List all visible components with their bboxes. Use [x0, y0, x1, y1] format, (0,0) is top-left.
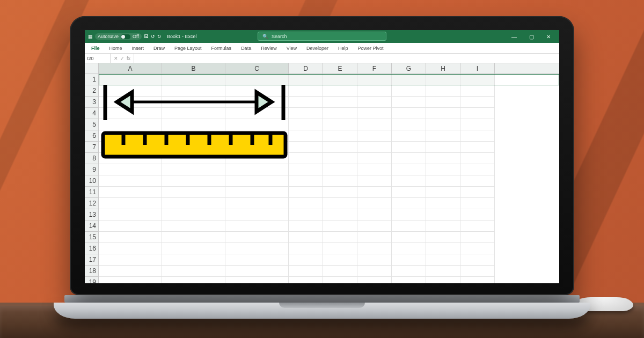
excel-app-icon: ▦: [88, 34, 93, 39]
close-button[interactable]: ✕: [540, 30, 557, 43]
column-header-h[interactable]: H: [426, 63, 460, 74]
redo-icon[interactable]: ↻: [157, 34, 162, 39]
row-headers: 12345678910111213141516171819: [85, 74, 99, 283]
row-header-2[interactable]: 2: [85, 85, 98, 97]
row-header-19[interactable]: 19: [85, 277, 98, 283]
row-header-7[interactable]: 7: [85, 142, 98, 153]
search-icon: 🔍: [262, 34, 268, 39]
undo-icon[interactable]: ↺: [151, 34, 155, 39]
quick-access-toolbar: ▦ AutoSave Off 🖫 ↺ ↻ Book1 - Excel: [88, 33, 196, 40]
laptop-hinge: [64, 295, 580, 303]
row-header-17[interactable]: 17: [85, 254, 98, 266]
laptop-screen-bezel: ▦ AutoSave Off 🖫 ↺ ↻ Book1 - Excel 🔍 Sea…: [70, 16, 574, 295]
tab-help[interactable]: Help: [336, 45, 350, 52]
fx-controls: ✕ ✓ fx: [111, 54, 134, 63]
tab-data[interactable]: Data: [239, 45, 253, 52]
row-header-18[interactable]: 18: [85, 266, 98, 277]
row-header-11[interactable]: 11: [85, 187, 98, 198]
row-header-10[interactable]: 10: [85, 175, 98, 187]
save-icon[interactable]: 🖫: [144, 34, 149, 39]
search-placeholder: Search: [272, 34, 287, 39]
laptop-base: [54, 303, 590, 319]
title-bar: ▦ AutoSave Off 🖫 ↺ ↻ Book1 - Excel 🔍 Sea…: [85, 30, 559, 43]
fx-icon[interactable]: fx: [127, 56, 130, 61]
laptop: ▦ AutoSave Off 🖫 ↺ ↻ Book1 - Excel 🔍 Sea…: [70, 16, 574, 319]
row-header-5[interactable]: 5: [85, 119, 98, 130]
column-header-e[interactable]: E: [323, 63, 357, 74]
row-header-6[interactable]: 6: [85, 130, 98, 142]
cancel-icon[interactable]: ✕: [114, 56, 118, 61]
select-all-corner[interactable]: [85, 63, 99, 74]
window-controls: — ▢ ✕: [506, 30, 557, 43]
toggle-icon: [121, 34, 130, 39]
enter-icon[interactable]: ✓: [120, 56, 125, 61]
row-header-12[interactable]: 12: [85, 198, 98, 209]
autosave-state: Off: [133, 34, 139, 39]
tab-insert[interactable]: Insert: [130, 45, 147, 52]
row-header-16[interactable]: 16: [85, 243, 98, 254]
tab-review[interactable]: Review: [259, 45, 279, 52]
row-header-1[interactable]: 1: [85, 74, 98, 85]
column-header-g[interactable]: G: [392, 63, 426, 74]
tab-draw[interactable]: Draw: [151, 45, 167, 52]
row-header-13[interactable]: 13: [85, 209, 98, 221]
name-box[interactable]: I20: [85, 54, 111, 63]
tab-power-pivot[interactable]: Power Pivot: [356, 45, 386, 52]
column-header-b[interactable]: B: [162, 63, 225, 74]
column-header-f[interactable]: F: [357, 63, 392, 74]
row-header-15[interactable]: 15: [85, 232, 98, 243]
spreadsheet-grid: ABCDEFGHI 12345678910111213141516171819: [85, 63, 559, 283]
tab-file[interactable]: File: [89, 45, 102, 52]
formula-input[interactable]: [134, 54, 559, 63]
tab-developer[interactable]: Developer: [304, 45, 331, 52]
tab-formulas[interactable]: Formulas: [209, 45, 234, 52]
tab-view[interactable]: View: [284, 45, 299, 52]
row-header-3[interactable]: 3: [85, 97, 98, 108]
row-header-4[interactable]: 4: [85, 108, 98, 119]
column-header-d[interactable]: D: [289, 63, 323, 74]
column-headers: ABCDEFGHI: [99, 63, 559, 74]
name-box-value: I20: [87, 56, 94, 61]
column-header-i[interactable]: I: [460, 63, 495, 74]
row-header-8[interactable]: 8: [85, 153, 98, 164]
search-input[interactable]: 🔍 Search: [258, 32, 386, 41]
column-header-c[interactable]: C: [225, 63, 289, 74]
tab-home[interactable]: Home: [107, 45, 125, 52]
maximize-button[interactable]: ▢: [523, 30, 540, 43]
autosave-toggle[interactable]: AutoSave Off: [95, 33, 142, 40]
screen-content: ▦ AutoSave Off 🖫 ↺ ↻ Book1 - Excel 🔍 Sea…: [85, 30, 559, 283]
autosave-label: AutoSave: [98, 34, 119, 39]
row-header-9[interactable]: 9: [85, 164, 98, 175]
minimize-button[interactable]: —: [506, 30, 523, 43]
document-title: Book1 - Excel: [167, 34, 197, 39]
row-header-14[interactable]: 14: [85, 221, 98, 232]
tab-page-layout[interactable]: Page Layout: [172, 45, 204, 52]
formula-bar: I20 ✕ ✓ fx: [85, 54, 559, 63]
ribbon-tabs: File Home Insert Draw Page Layout Formul…: [85, 43, 559, 54]
column-header-a[interactable]: A: [99, 63, 162, 74]
cells-area[interactable]: [99, 74, 559, 283]
